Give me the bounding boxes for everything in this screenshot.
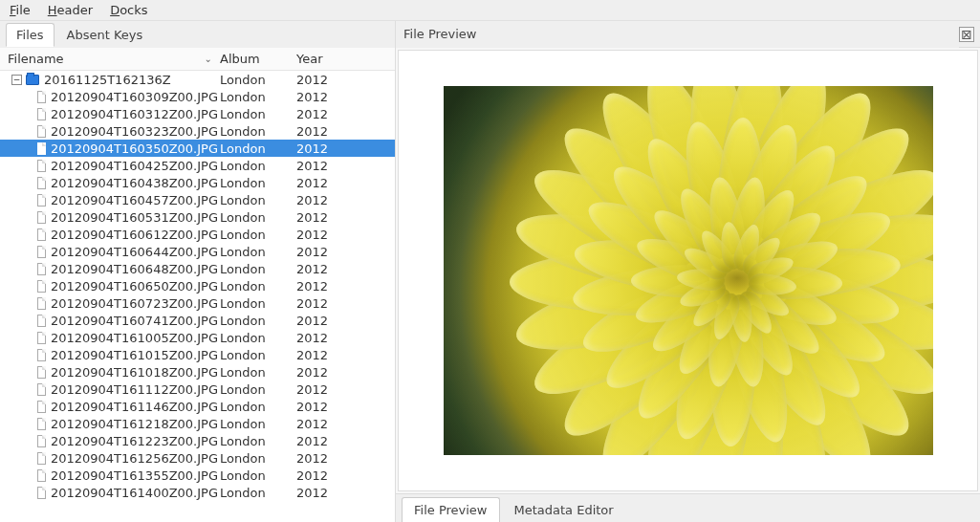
folder-year: 2012 [294, 73, 352, 87]
file-name: 20120904T160644Z00.JPG [51, 245, 218, 259]
tree-file-row[interactable]: 20120904T160309Z00.JPGLondon2012 [0, 88, 395, 105]
tree-file-row[interactable]: 20120904T160531Z00.JPGLondon2012 [0, 208, 395, 226]
file-year: 2012 [294, 107, 352, 121]
col-year[interactable]: Year [294, 48, 352, 70]
tree-file-row[interactable]: 20120904T161223Z00.JPGLondon2012 [0, 432, 395, 449]
tree-file-row[interactable]: 20120904T161218Z00.JPGLondon2012 [0, 415, 395, 432]
file-album: London [218, 486, 294, 500]
col-album[interactable]: Album [218, 48, 294, 70]
tree-file-row[interactable]: 20120904T160350Z00.JPGLondon2012 [0, 140, 395, 157]
file-album: London [218, 348, 294, 362]
file-year: 2012 [294, 245, 352, 259]
file-name: 20120904T161112Z00.JPG [51, 382, 218, 397]
file-album: London [218, 434, 294, 448]
left-panel: Files Absent Keys Filename ⌄ Album Year … [0, 21, 396, 522]
tree-file-row[interactable]: 20120904T160312Z00.JPGLondon2012 [0, 105, 395, 122]
close-icon[interactable]: ⊠ [959, 27, 974, 42]
menu-file[interactable]: File [10, 3, 31, 17]
tree-file-row[interactable]: 20120904T160612Z00.JPGLondon2012 [0, 226, 395, 243]
file-icon [37, 177, 46, 189]
file-name: 20120904T161015Z00.JPG [51, 348, 218, 362]
file-name: 20120904T161018Z00.JPG [51, 365, 218, 380]
tab-files[interactable]: Files [6, 23, 54, 47]
tree-file-row[interactable]: 20120904T160438Z00.JPGLondon2012 [0, 174, 395, 191]
collapse-icon[interactable]: − [11, 75, 22, 85]
file-year: 2012 [294, 279, 352, 294]
tree-file-row[interactable]: 20120904T161256Z00.JPGLondon2012 [0, 449, 395, 467]
folder-album: London [218, 73, 294, 87]
file-name: 20120904T160650Z00.JPG [51, 279, 218, 294]
file-icon [37, 246, 46, 258]
file-name: 20120904T160350Z00.JPG [51, 141, 218, 156]
tree-file-row[interactable]: 20120904T161015Z00.JPGLondon2012 [0, 346, 395, 363]
folder-name: 20161125T162136Z [44, 73, 171, 87]
file-year: 2012 [294, 228, 352, 242]
col-spacer [352, 48, 395, 70]
tree-file-row[interactable]: 20120904T160457Z00.JPGLondon2012 [0, 191, 395, 208]
tab-absent-keys[interactable]: Absent Keys [56, 23, 154, 47]
tree-body[interactable]: −20161125T162136ZLondon201220120904T1603… [0, 71, 395, 522]
preview-title: File Preview [396, 21, 959, 48]
tree-folder-row[interactable]: −20161125T162136ZLondon2012 [0, 71, 395, 88]
tree-file-row[interactable]: 20120904T161400Z00.JPGLondon2012 [0, 484, 395, 501]
tab-metadata-editor[interactable]: Metadata Editor [502, 497, 626, 522]
file-album: London [218, 468, 294, 483]
file-tree: Filename ⌄ Album Year −20161125T162136ZL… [0, 48, 395, 522]
file-year: 2012 [294, 314, 352, 328]
file-name: 20120904T160531Z00.JPG [51, 210, 218, 225]
file-icon [37, 383, 46, 396]
tree-file-row[interactable]: 20120904T160644Z00.JPGLondon2012 [0, 243, 395, 260]
file-icon [37, 401, 46, 413]
tree-file-row[interactable]: 20120904T160650Z00.JPGLondon2012 [0, 277, 395, 294]
tree-file-row[interactable]: 20120904T160323Z00.JPGLondon2012 [0, 122, 395, 140]
preview-header: File Preview ⊠ [396, 21, 980, 48]
file-icon [37, 487, 46, 499]
tree-file-row[interactable]: 20120904T161112Z00.JPGLondon2012 [0, 381, 395, 398]
file-name: 20120904T160741Z00.JPG [51, 314, 218, 328]
file-icon [37, 349, 46, 361]
file-year: 2012 [294, 468, 352, 483]
file-year: 2012 [294, 159, 352, 173]
file-year: 2012 [294, 210, 352, 225]
file-name: 20120904T160457Z00.JPG [51, 193, 218, 207]
file-icon [37, 108, 46, 120]
file-album: London [218, 382, 294, 397]
file-year: 2012 [294, 176, 352, 190]
tree-file-row[interactable]: 20120904T161005Z00.JPGLondon2012 [0, 329, 395, 346]
file-name: 20120904T161355Z00.JPG [51, 468, 218, 483]
tree-file-row[interactable]: 20120904T160723Z00.JPGLondon2012 [0, 294, 395, 312]
file-album: London [218, 279, 294, 294]
folder-icon [26, 75, 39, 85]
sort-desc-icon: ⌄ [205, 54, 212, 64]
file-year: 2012 [294, 434, 352, 448]
tree-file-row[interactable]: 20120904T160648Z00.JPGLondon2012 [0, 260, 395, 277]
preview-body [398, 50, 978, 491]
file-icon [37, 263, 46, 275]
file-year: 2012 [294, 365, 352, 380]
file-icon [37, 297, 46, 310]
tree-file-row[interactable]: 20120904T160425Z00.JPGLondon2012 [0, 157, 395, 174]
col-filename[interactable]: Filename ⌄ [0, 48, 218, 70]
menu-docks[interactable]: Docks [110, 3, 147, 17]
file-album: London [218, 417, 294, 431]
left-tabs: Files Absent Keys [0, 21, 395, 48]
file-album: London [218, 314, 294, 328]
tree-file-row[interactable]: 20120904T160741Z00.JPGLondon2012 [0, 312, 395, 329]
file-icon [37, 125, 46, 138]
file-year: 2012 [294, 141, 352, 156]
file-name: 20120904T161146Z00.JPG [51, 400, 218, 414]
menu-header[interactable]: Header [48, 3, 93, 17]
tab-file-preview[interactable]: File Preview [402, 497, 500, 522]
tree-file-row[interactable]: 20120904T161355Z00.JPGLondon2012 [0, 467, 395, 484]
file-icon [37, 228, 46, 241]
file-album: London [218, 365, 294, 380]
file-icon [37, 366, 46, 379]
file-icon [37, 142, 46, 155]
tree-file-row[interactable]: 20120904T161146Z00.JPGLondon2012 [0, 398, 395, 415]
file-name: 20120904T160438Z00.JPG [51, 176, 218, 190]
file-album: London [218, 193, 294, 207]
file-album: London [218, 176, 294, 190]
file-name: 20120904T161005Z00.JPG [51, 331, 218, 345]
tree-file-row[interactable]: 20120904T161018Z00.JPGLondon2012 [0, 363, 395, 381]
file-name: 20120904T161218Z00.JPG [51, 417, 218, 431]
